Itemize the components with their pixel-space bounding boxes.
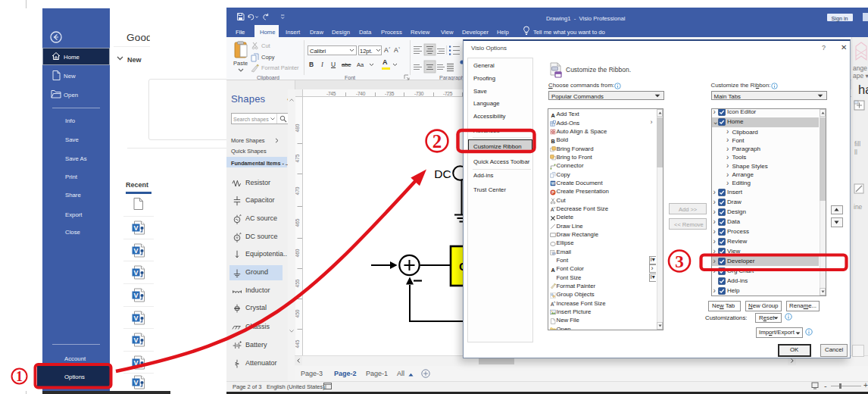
svg-text:2: 2 [432, 131, 442, 152]
svg-text:3: 3 [675, 252, 684, 271]
svg-text:1: 1 [16, 369, 23, 384]
